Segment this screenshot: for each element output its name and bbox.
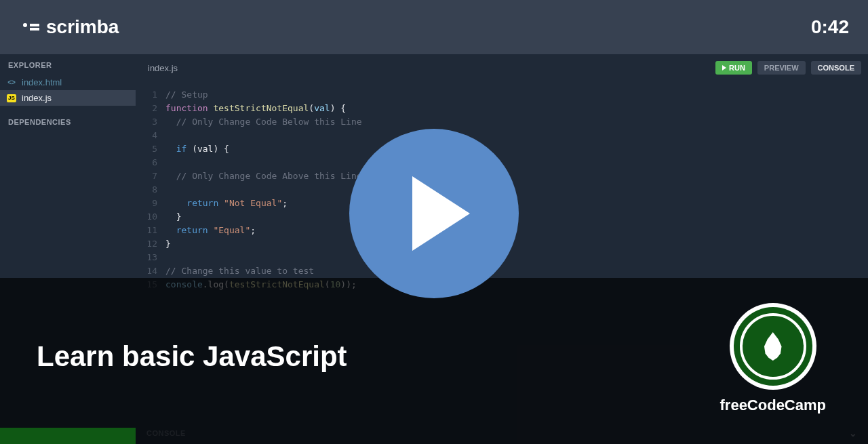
freecodecamp-flame-icon xyxy=(762,332,784,361)
scrimba-logo-icon xyxy=(23,21,39,33)
file-name-label: index.html xyxy=(22,77,62,87)
file-item-index-js[interactable]: JSindex.js xyxy=(0,90,136,106)
js-file-icon: JS xyxy=(7,94,16,102)
brand-name: scrimba xyxy=(46,16,119,38)
current-filename: index.js xyxy=(142,63,178,73)
line-numbers: 123456789101112131415 xyxy=(136,88,165,291)
bottom-status-bar xyxy=(0,428,136,444)
console-button[interactable]: CONSOLE xyxy=(811,61,861,75)
editor-buttons: RUN PREVIEW CONSOLE xyxy=(715,61,861,75)
scrimba-logo[interactable]: scrimba xyxy=(23,16,119,38)
instructor-name: freeCodeCamp xyxy=(720,397,826,414)
code-content: // Setupfunction testStrictNotEqual(val)… xyxy=(165,88,362,291)
dependencies-heading: DEPENDENCIES xyxy=(0,106,136,133)
instructor-badge: freeCodeCamp xyxy=(720,303,826,414)
file-list: <>index.htmlJSindex.js xyxy=(0,75,136,106)
editor-top-bar: index.js RUN PREVIEW CONSOLE xyxy=(136,54,868,81)
run-button[interactable]: RUN xyxy=(715,61,752,75)
instructor-avatar[interactable] xyxy=(730,303,816,390)
file-name-label: index.js xyxy=(22,93,52,103)
explorer-heading: EXPLORER xyxy=(0,54,136,75)
course-title: Learn basic JavaScript xyxy=(37,340,347,373)
play-icon xyxy=(722,65,726,70)
html-file-icon: <> xyxy=(7,78,16,87)
play-button[interactable] xyxy=(349,129,519,298)
run-button-label: RUN xyxy=(729,64,745,72)
file-item-index-html[interactable]: <>index.html xyxy=(0,75,136,90)
preview-button[interactable]: PREVIEW xyxy=(757,61,806,75)
video-time: 0:42 xyxy=(811,16,849,38)
header: scrimba 0:42 xyxy=(0,0,868,54)
